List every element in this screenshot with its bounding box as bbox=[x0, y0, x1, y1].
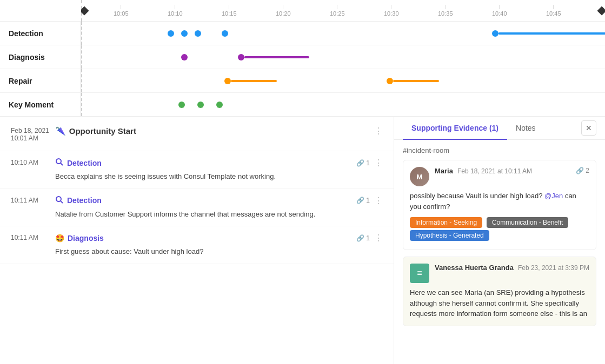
panel-tabs: Supporting Evidence (1) Notes ✕ bbox=[394, 117, 605, 140]
event-title-detection-1: Detection bbox=[55, 158, 102, 168]
repair-line-1 bbox=[231, 80, 277, 82]
link-icon: 🔗 bbox=[356, 197, 364, 204]
detection-dot-5[interactable] bbox=[492, 30, 498, 37]
panel-content: #incident-room M Maria Feb 18, 2021 at 1… bbox=[394, 140, 605, 364]
detection-dot-1[interactable] bbox=[168, 30, 174, 37]
detection-dot-3[interactable] bbox=[195, 30, 201, 37]
tab-notes[interactable]: Notes bbox=[507, 117, 544, 140]
track-start-line-km bbox=[81, 93, 82, 116]
detection-dot-4[interactable] bbox=[222, 30, 228, 37]
search-icon bbox=[55, 158, 64, 168]
detection-track bbox=[81, 22, 605, 45]
more-options-icon[interactable]: ⋮ bbox=[374, 196, 383, 206]
time-tick-1035: 10:35 bbox=[438, 5, 453, 17]
list-item: Feb 18, 2021 10:01 AM 🌂 Opportunity Star… bbox=[0, 117, 394, 151]
evidence-link-count-1: 🔗 2 bbox=[576, 167, 589, 174]
time-tick-1045: 10:45 bbox=[546, 5, 561, 17]
repair-line-2 bbox=[393, 80, 439, 82]
event-title-opportunity: 🌂 Opportunity Start bbox=[56, 126, 136, 136]
diamond-left-icon bbox=[81, 6, 89, 15]
list-item: 10:11 AM Detection bbox=[0, 189, 394, 227]
evidence-date-2: Feb 23, 2021 at 3:39 PM bbox=[518, 264, 589, 272]
time-tick-1005: 10:05 bbox=[114, 5, 129, 17]
more-options-icon[interactable]: ⋮ bbox=[374, 158, 383, 168]
key-moment-dot-1[interactable] bbox=[178, 102, 185, 108]
close-panel-button[interactable]: ✕ bbox=[581, 120, 596, 136]
track-start-line-d1 bbox=[81, 22, 82, 45]
track-start-line-diag bbox=[81, 45, 82, 69]
channel-tag: #incident-room bbox=[403, 146, 596, 154]
event-time-col: 10:10 AM bbox=[11, 158, 49, 166]
evidence-header-2: ≡ Vanessa Huerta Granda Feb 23, 2021 at … bbox=[410, 264, 589, 283]
badge-hypothesis-generated: Hypothesis - Generated bbox=[410, 230, 489, 241]
diagnosis-label: Diagnosis bbox=[0, 45, 81, 69]
event-body-col: Detection 🔗 1 ⋮ Natalie from Customer Su… bbox=[55, 196, 383, 220]
evidence-badges-1: Information - Seeking Communication - Be… bbox=[410, 217, 589, 243]
svg-point-0 bbox=[56, 159, 61, 164]
event-body-diagnosis: First guess about cause: Vault under hig… bbox=[55, 246, 383, 257]
event-body-detection-1: Becca explains she is seeing issues with… bbox=[55, 171, 383, 182]
link-icon: 🔗 bbox=[356, 234, 364, 242]
evidence-body-1: possibly because Vault is under high loa… bbox=[410, 191, 589, 212]
detection-line-1 bbox=[498, 32, 605, 35]
key-moment-dot-3[interactable] bbox=[216, 102, 223, 108]
time-tick-1010: 10:10 bbox=[168, 5, 183, 17]
repair-dot-1[interactable] bbox=[224, 78, 231, 84]
track-start-line-rep bbox=[81, 69, 82, 92]
evidence-item-1: M Maria Feb 18, 2021 at 10:11 AM 🔗 2 bbox=[403, 160, 596, 250]
event-body-col: Detection 🔗 1 ⋮ Becca explains she is se… bbox=[55, 158, 383, 182]
diagnosis-track bbox=[81, 45, 605, 69]
more-options-icon[interactable]: ⋮ bbox=[374, 126, 383, 136]
event-list[interactable]: Feb 18, 2021 10:01 AM 🌂 Opportunity Star… bbox=[0, 117, 394, 364]
link-count-3: 🔗 1 bbox=[356, 234, 370, 242]
search-icon bbox=[55, 196, 64, 206]
more-options-icon[interactable]: ⋮ bbox=[374, 233, 383, 243]
time-tick-1025: 10:25 bbox=[330, 5, 345, 17]
diagnosis-dot-2[interactable] bbox=[238, 54, 244, 60]
diagnosis-dot-1[interactable] bbox=[181, 54, 188, 60]
key-moment-label: Key Moment bbox=[0, 93, 81, 116]
event-title-diagnosis: 🤩 Diagnosis bbox=[55, 234, 104, 242]
repair-dot-2[interactable] bbox=[387, 78, 393, 84]
right-panel: Supporting Evidence (1) Notes ✕ #inciden… bbox=[394, 117, 605, 364]
badge-communication-benefit: Communication - Benefit bbox=[487, 217, 568, 228]
event-time-col: Feb 18, 2021 10:01 AM bbox=[11, 126, 49, 142]
timeline-header: 10:05 10:10 10:15 10:20 10:25 bbox=[0, 0, 605, 22]
event-title-detection-2: Detection bbox=[55, 196, 102, 206]
evidence-meta-2: Vanessa Huerta Granda Feb 23, 2021 at 3:… bbox=[435, 264, 589, 272]
repair-row: Repair bbox=[0, 69, 605, 93]
key-moment-track bbox=[81, 93, 605, 116]
event-body-col: 🤩 Diagnosis 🔗 1 ⋮ First guess about caus… bbox=[55, 233, 383, 257]
time-tick-1020: 10:20 bbox=[276, 5, 291, 17]
mention-jen: @Jen bbox=[544, 192, 563, 200]
detection-dot-2[interactable] bbox=[181, 30, 188, 37]
key-moment-row: Key Moment bbox=[0, 93, 605, 117]
link-count-1: 🔗 1 bbox=[356, 159, 370, 167]
event-time-col: 10:11 AM bbox=[11, 233, 49, 241]
avatar-maria: M bbox=[410, 167, 429, 186]
key-moment-dot-2[interactable] bbox=[197, 102, 204, 108]
time-tick-1040: 10:40 bbox=[492, 5, 507, 17]
umbrella-icon: 🌂 bbox=[56, 126, 66, 136]
link-icon: 🔗 bbox=[576, 167, 584, 174]
tab-supporting-evidence[interactable]: Supporting Evidence (1) bbox=[403, 117, 507, 140]
diagnosis-row: Diagnosis bbox=[0, 45, 605, 69]
evidence-body-2: Here we can see Maria (an SRE) providing… bbox=[410, 287, 589, 319]
list-item: 10:10 AM Detection bbox=[0, 151, 394, 189]
badge-information-seeking: Information - Seeking bbox=[410, 217, 482, 228]
app-container: 10:05 10:10 10:15 10:20 10:25 bbox=[0, 0, 605, 364]
avatar-vanessa: ≡ bbox=[410, 264, 429, 283]
link-count-2: 🔗 1 bbox=[356, 197, 370, 204]
event-time-col: 10:11 AM bbox=[11, 196, 49, 204]
event-body-detection-2: Natalie from Customer Support informs th… bbox=[55, 209, 383, 220]
diagnosis-line-1 bbox=[244, 56, 309, 58]
evidence-item-2: ≡ Vanessa Huerta Granda Feb 23, 2021 at … bbox=[403, 257, 596, 326]
evidence-author-2: Vanessa Huerta Granda bbox=[435, 264, 514, 272]
event-body-col: 🌂 Opportunity Start ⋮ bbox=[56, 126, 383, 136]
time-axis: 10:05 10:10 10:15 10:20 10:25 bbox=[81, 0, 605, 22]
svg-point-2 bbox=[56, 197, 61, 201]
evidence-date-1: Feb 18, 2021 at 10:11 AM bbox=[457, 167, 532, 175]
timeline-area: 10:05 10:10 10:15 10:20 10:25 bbox=[0, 0, 605, 117]
diamond-right-icon bbox=[597, 6, 605, 15]
main-content: Feb 18, 2021 10:01 AM 🌂 Opportunity Star… bbox=[0, 117, 605, 364]
